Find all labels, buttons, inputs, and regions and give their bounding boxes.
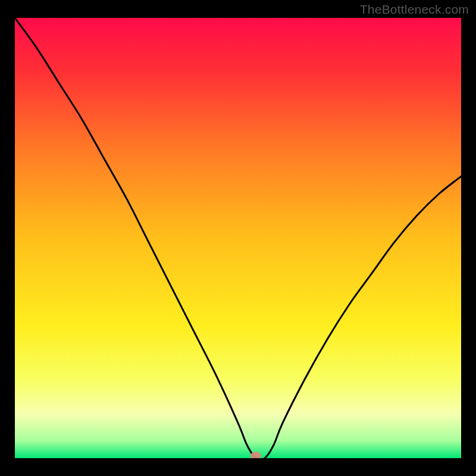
gradient-background [15,18,461,458]
bottleneck-plot [15,18,461,458]
plot-svg [15,18,461,458]
watermark-text: TheBottleneck.com [360,2,469,17]
chart-frame: TheBottleneck.com [0,0,476,476]
